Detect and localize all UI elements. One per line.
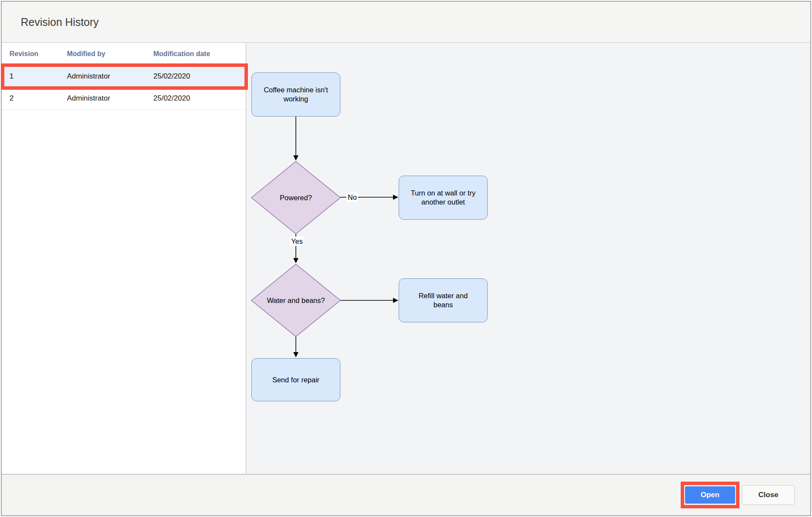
node-start: Coffee machine isn't working	[251, 73, 340, 117]
close-button[interactable]: Close	[742, 485, 795, 505]
dialog-content: Revision Modified by Modification date 1…	[2, 42, 810, 475]
node-water-beans-label: Water and beans?	[267, 296, 325, 305]
column-header-revision: Revision	[2, 50, 59, 58]
revision-table-panel: Revision Modified by Modification date 1…	[2, 43, 246, 474]
diagram-preview-panel: Coffee machine isn't working Powered? Tu…	[246, 43, 810, 474]
node-refill-label: Refill water and beans	[413, 291, 473, 309]
revision-cell: 1	[2, 72, 59, 81]
modification-date-cell: 25/02/2020	[146, 94, 246, 103]
column-header-modification-date: Modification date	[146, 50, 246, 58]
open-button[interactable]: Open	[685, 486, 735, 504]
modified-by-cell: Administrator	[59, 94, 146, 103]
node-start-label: Coffee machine isn't working	[255, 85, 336, 104]
modification-date-cell: 25/02/2020	[146, 72, 246, 81]
dialog-footer: Open Close	[2, 475, 810, 515]
node-repair-label: Send for repair	[272, 375, 319, 385]
revision-cell: 2	[2, 94, 59, 103]
node-turn-on-label: Turn on at wall or try another outlet	[403, 189, 484, 207]
node-water-beans: Water and beans?	[251, 264, 340, 337]
edge-label-no: No	[346, 192, 358, 202]
revision-row-1[interactable]: 1 Administrator 25/02/2020	[2, 66, 246, 88]
open-button-highlight-annotation: Open	[681, 482, 739, 508]
dialog-title: Revision History	[21, 16, 99, 28]
node-powered: Powered?	[251, 161, 340, 234]
revision-row-2[interactable]: 2 Administrator 25/02/2020	[2, 88, 246, 110]
node-repair: Send for repair	[251, 358, 340, 401]
edge-label-yes: Yes	[290, 236, 304, 246]
node-refill: Refill water and beans	[399, 278, 488, 322]
dialog-header: Revision History	[2, 2, 810, 42]
revision-history-dialog: Revision History Revision Modified by Mo…	[1, 1, 811, 516]
node-turn-on: Turn on at wall or try another outlet	[399, 176, 488, 220]
node-powered-label: Powered?	[280, 193, 312, 202]
modified-by-cell: Administrator	[59, 72, 146, 81]
column-header-modified-by: Modified by	[59, 50, 146, 58]
revision-table-header: Revision Modified by Modification date	[2, 43, 246, 66]
